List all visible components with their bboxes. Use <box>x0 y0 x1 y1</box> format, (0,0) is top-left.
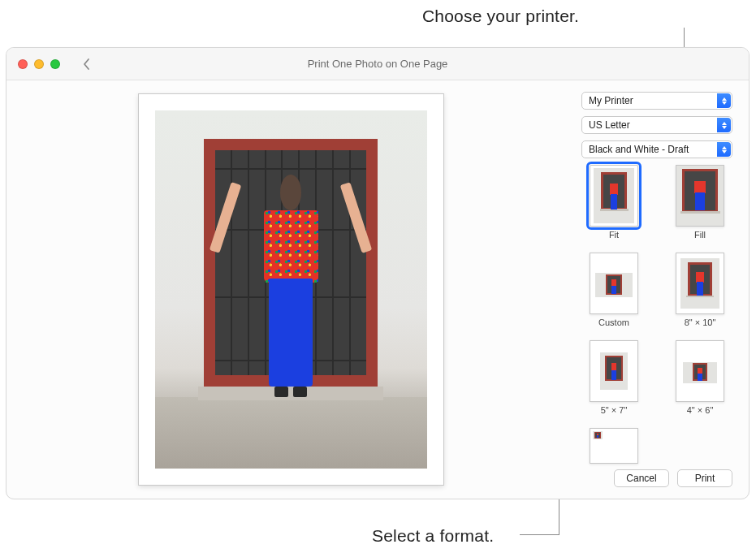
content-area: My Printer US Letter Black and White - D… <box>6 80 749 499</box>
print-button[interactable]: Print <box>677 469 732 487</box>
window-title: Print One Photo on One Page <box>6 58 749 70</box>
format-option-8x10[interactable]: 8" × 10" <box>667 253 732 327</box>
format-option-contact[interactable] <box>581 428 646 467</box>
printer-select[interactable]: My Printer <box>581 92 732 110</box>
print-preview <box>6 80 575 499</box>
preview-photo <box>155 110 427 469</box>
format-grid: Fit <box>581 165 732 467</box>
format-label: 5" × 7" <box>601 405 628 415</box>
preview-paper <box>138 93 444 486</box>
quality-value: Black and White - Draft <box>589 144 689 155</box>
cancel-button[interactable]: Cancel <box>614 469 669 487</box>
stepper-icon <box>717 118 731 132</box>
window-zoom-button[interactable] <box>50 59 60 69</box>
print-options-sidebar: My Printer US Letter Black and White - D… <box>575 80 749 499</box>
callout-line-format-h <box>520 534 559 535</box>
printer-select-value: My Printer <box>589 95 633 106</box>
paper-size-select[interactable]: US Letter <box>581 116 732 134</box>
format-option-4x6[interactable]: 4" × 6" <box>667 340 732 415</box>
window-close-button[interactable] <box>18 59 28 69</box>
format-label: Fill <box>694 230 706 240</box>
print-dialog-window: Print One Photo on One Page <box>6 47 750 499</box>
format-option-5x7[interactable]: 5" × 7" <box>581 340 646 415</box>
quality-select[interactable]: Black and White - Draft <box>581 140 732 158</box>
format-label: Custom <box>598 318 629 327</box>
chevron-left-icon <box>82 58 91 71</box>
stepper-icon <box>717 142 731 157</box>
callout-printer: Choose your printer. <box>422 6 579 26</box>
format-option-fill[interactable]: Fill <box>667 165 732 240</box>
traffic-lights <box>18 59 60 69</box>
back-button[interactable] <box>76 54 96 74</box>
format-label: 8" × 10" <box>685 318 716 327</box>
callout-format: Select a format. <box>372 526 494 546</box>
paper-size-value: US Letter <box>589 119 630 131</box>
format-option-fit[interactable]: Fit <box>581 165 646 240</box>
stepper-icon <box>717 93 731 108</box>
dialog-footer: Cancel Print <box>614 469 732 487</box>
titlebar: Print One Photo on One Page <box>6 48 749 80</box>
format-option-custom[interactable]: Custom <box>581 253 646 327</box>
format-label: Fit <box>609 230 619 240</box>
format-label: 4" × 6" <box>687 405 714 415</box>
window-minimize-button[interactable] <box>34 59 44 69</box>
